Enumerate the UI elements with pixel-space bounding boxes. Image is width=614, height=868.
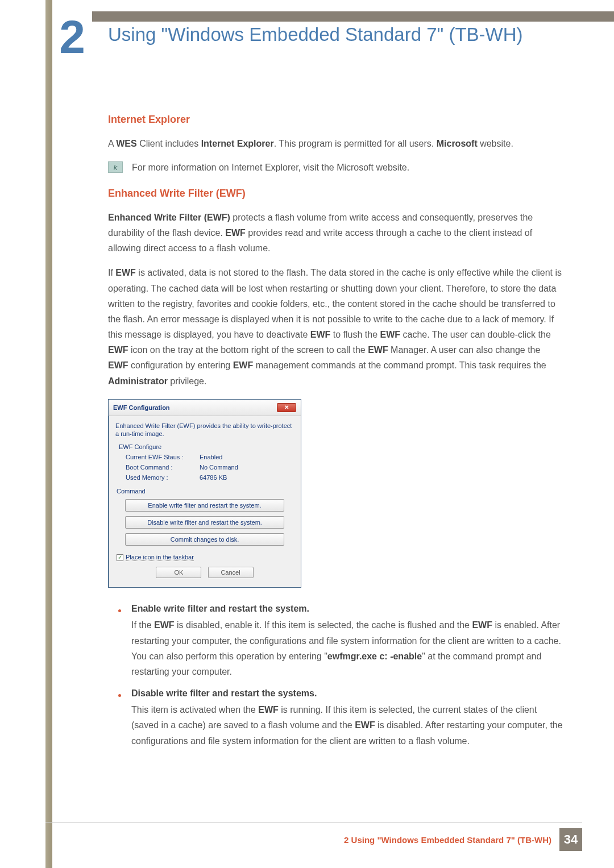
- text-bold: EWF: [472, 620, 492, 630]
- chapter-badge: 2: [52, 11, 92, 63]
- text-bold: EWF: [108, 360, 128, 370]
- text: A: [108, 139, 116, 148]
- page-content: Internet Explorer A WES Client includes …: [108, 108, 563, 758]
- dialog-description: Enhanced Write Filter (EWF) provides the…: [115, 422, 294, 438]
- text: Manager. A user can also change the: [388, 345, 541, 355]
- page-footer: 2 Using "Windows Embedded Standard 7" (T…: [344, 828, 582, 851]
- text: configuration by entering: [128, 360, 233, 370]
- text: cache. The user can double-click the: [400, 330, 551, 339]
- text-bold: EWF: [115, 268, 136, 277]
- bullet-enable: Enable write filter and restart the syst…: [118, 604, 563, 685]
- bullet-heading: Enable write filter and restart the syst…: [131, 604, 563, 614]
- memory-label: Used Memory :: [126, 474, 200, 481]
- bullet-heading: Disable write filter and restart the sys…: [131, 688, 563, 699]
- commit-changes-button[interactable]: Commit changes to disk.: [125, 533, 284, 546]
- text-bold: Enhanced Write Filter (EWF): [108, 213, 230, 222]
- dialog-body: Enhanced Write Filter (EWF) provides the…: [109, 416, 301, 588]
- memory-row: Used Memory : 64786 KB: [126, 474, 294, 481]
- text-bold: EWF: [355, 720, 375, 730]
- bullet-icon: [118, 609, 121, 612]
- section-heading-ewf: Enhanced Write Filter (EWF): [108, 188, 563, 200]
- text: website.: [478, 139, 513, 148]
- text-bold: EWF: [233, 360, 254, 370]
- text: This item is activated when the: [131, 705, 258, 715]
- bullet-body: This item is activated when the EWF is r…: [131, 702, 563, 749]
- chapter-title: Using "Windows Embedded Standard 7" (TB-…: [108, 23, 569, 47]
- memory-value: 64786 KB: [200, 474, 227, 481]
- note-icon: k: [108, 161, 123, 173]
- text: management commands at the command promp…: [253, 360, 546, 370]
- side-accent-bar: [45, 0, 52, 868]
- text: If: [108, 268, 115, 277]
- text: If the: [131, 620, 154, 630]
- footer-text: 2 Using "Windows Embedded Standard 7" (T…: [344, 835, 551, 845]
- close-icon[interactable]: ✕: [277, 403, 296, 412]
- disable-filter-button[interactable]: Disable write filter and restart the sys…: [125, 516, 284, 529]
- text: to flush the: [330, 330, 380, 339]
- ie-paragraph: A WES Client includes Internet Explorer.…: [108, 136, 563, 151]
- text-bold: EWF: [380, 330, 400, 339]
- ok-button[interactable]: OK: [156, 567, 201, 578]
- checkbox-icon[interactable]: ✓: [117, 554, 123, 561]
- boot-value: No Command: [200, 464, 238, 471]
- footer-rule: [45, 822, 582, 823]
- dialog-title-text: EWF Configuration: [113, 404, 170, 411]
- status-label: Current EWF Staus :: [126, 454, 200, 460]
- configure-group-label: EWF Configure: [119, 443, 294, 450]
- page-number: 34: [559, 828, 582, 851]
- text-bold: EWF: [368, 345, 388, 355]
- text-bold: WES: [116, 139, 136, 148]
- command-group: Command Enable write filter and restart …: [115, 488, 294, 546]
- text-bold: EWF: [108, 345, 128, 355]
- command-group-label: Command: [117, 488, 294, 495]
- boot-row: Boot Command : No Command: [126, 464, 294, 471]
- dialog-titlebar: EWF Configuration ✕: [109, 400, 301, 416]
- text: icon on the tray at the bottom right of …: [128, 345, 368, 355]
- text-bold: EWF: [310, 330, 331, 339]
- enable-filter-button[interactable]: Enable write filter and restart the syst…: [125, 499, 284, 512]
- text: is disabled, enable it. If this item is …: [175, 620, 472, 630]
- text: Client includes: [137, 139, 201, 148]
- status-row: Current EWF Staus : Enabled: [126, 454, 294, 460]
- checkbox-label: Place icon in the taskbar: [126, 554, 194, 561]
- taskbar-icon-checkbox-row[interactable]: ✓ Place icon in the taskbar: [117, 554, 294, 561]
- text: is activated, data is not stored to the …: [108, 268, 562, 339]
- cancel-button[interactable]: Cancel: [208, 567, 254, 578]
- text: privilege.: [168, 376, 206, 386]
- info-note: k For more information on Internet Explo…: [108, 160, 563, 175]
- text-bold: EWF: [225, 228, 246, 238]
- ewf-config-dialog: EWF Configuration ✕ Enhanced Write Filte…: [108, 399, 301, 588]
- ewf-paragraph-1: Enhanced Write Filter (EWF) protects a f…: [108, 210, 563, 256]
- text: . This program is permitted for all user…: [274, 139, 437, 148]
- bullet-icon: [118, 694, 121, 697]
- dialog-button-row: OK Cancel: [115, 567, 294, 578]
- bullet-content: Disable write filter and restart the sys…: [131, 688, 563, 754]
- bullet-content: Enable write filter and restart the syst…: [131, 604, 563, 685]
- bullet-body: If the EWF is disabled, enable it. If th…: [131, 617, 563, 679]
- text-bold: Administrator: [108, 376, 168, 386]
- text-bold: Internet Explorer: [201, 139, 274, 148]
- header-bar: [52, 11, 614, 22]
- note-text: For more information on Internet Explore…: [132, 160, 409, 175]
- status-value: Enabled: [200, 454, 222, 460]
- bullet-disable: Disable write filter and restart the sys…: [118, 688, 563, 754]
- text-bold: EWF: [154, 620, 175, 630]
- text-bold: ewfmgr.exe c: -enable: [327, 651, 422, 661]
- chapter-number: 2: [59, 14, 85, 60]
- boot-label: Boot Command :: [126, 464, 200, 471]
- text-bold: Microsoft: [437, 139, 478, 148]
- text-bold: EWF: [258, 705, 279, 715]
- ewf-paragraph-2: If EWF is activated, data is not stored …: [108, 265, 563, 389]
- section-heading-ie: Internet Explorer: [108, 114, 563, 126]
